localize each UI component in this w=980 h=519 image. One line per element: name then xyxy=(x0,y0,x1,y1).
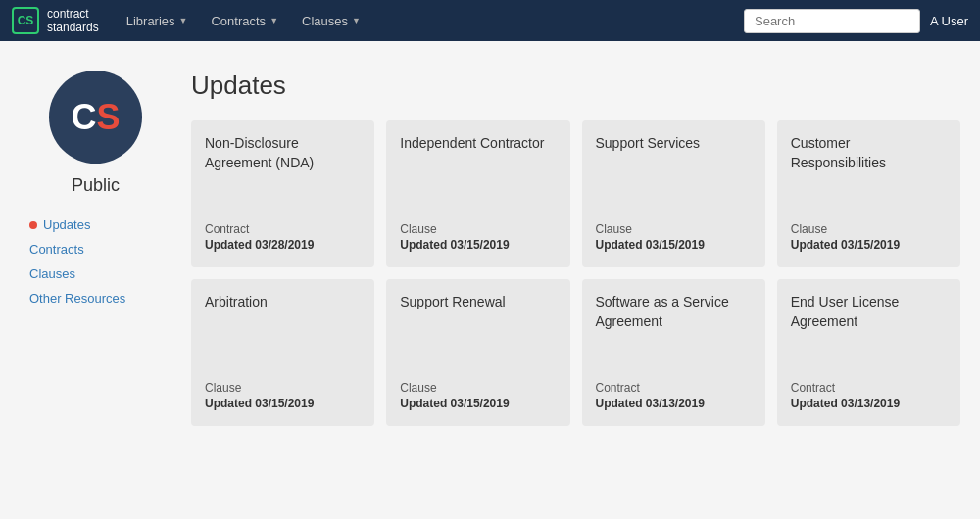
card-item[interactable]: Arbitration Clause Updated 03/15/2019 xyxy=(191,279,374,426)
nav-clauses[interactable]: Clauses ▼ xyxy=(290,0,372,41)
sidebar-item-clauses[interactable]: Clauses xyxy=(29,264,172,283)
card-type: Clause xyxy=(596,222,752,236)
sidebar-nav: Updates Contracts Clauses Other Resource… xyxy=(20,215,172,307)
card-footer: Contract Updated 03/28/2019 xyxy=(205,222,361,252)
active-dot-icon xyxy=(29,221,37,229)
card-type: Clause xyxy=(400,222,556,236)
card-item[interactable]: Support Renewal Clause Updated 03/15/201… xyxy=(386,279,569,426)
sidebar-item-contracts[interactable]: Contracts xyxy=(29,240,172,259)
card-footer: Clause Updated 03/15/2019 xyxy=(596,222,752,252)
card-type: Clause xyxy=(791,222,947,236)
page-title: Updates xyxy=(191,71,960,101)
card-updated: Updated 03/15/2019 xyxy=(205,397,361,410)
nav-right: A User xyxy=(744,9,968,33)
nav-libraries[interactable]: Libraries ▼ xyxy=(115,0,200,41)
brand-text: contract standards xyxy=(47,7,99,35)
card-updated: Updated 03/15/2019 xyxy=(400,238,556,252)
clauses-caret-icon: ▼ xyxy=(352,16,361,25)
card-type: Contract xyxy=(791,381,947,395)
brand-icon: CS xyxy=(12,7,39,34)
card-footer: Clause Updated 03/15/2019 xyxy=(400,222,556,252)
sidebar-group-title: Public xyxy=(72,175,120,196)
card-updated: Updated 03/13/2019 xyxy=(791,397,947,410)
card-item[interactable]: Software as a Service Agreement Contract… xyxy=(582,279,765,426)
card-item[interactable]: End User License Agreement Contract Upda… xyxy=(777,279,960,426)
cs-logo-text: CS xyxy=(71,97,120,138)
cards-grid: Non-Disclosure Agreement (NDA) Contract … xyxy=(191,120,960,426)
contracts-caret-icon: ▼ xyxy=(270,16,278,25)
card-footer: Clause Updated 03/15/2019 xyxy=(205,381,361,410)
card-type: Contract xyxy=(596,381,752,395)
card-updated: Updated 03/13/2019 xyxy=(596,397,752,410)
brand-logo[interactable]: CS contract standards xyxy=(12,7,99,35)
card-type: Clause xyxy=(400,381,556,395)
card-footer: Clause Updated 03/15/2019 xyxy=(791,222,947,252)
sidebar-item-other-resources[interactable]: Other Resources xyxy=(29,289,172,307)
card-title: Software as a Service Agreement xyxy=(596,293,752,331)
card-footer: Contract Updated 03/13/2019 xyxy=(596,381,752,410)
libraries-caret-icon: ▼ xyxy=(179,16,188,25)
card-title: Arbitration xyxy=(205,293,361,312)
card-type: Contract xyxy=(205,222,361,236)
page-content: CS Public Updates Contracts Clauses Othe… xyxy=(0,41,980,446)
card-updated: Updated 03/28/2019 xyxy=(205,238,361,252)
card-type: Clause xyxy=(205,381,361,395)
card-footer: Clause Updated 03/15/2019 xyxy=(400,381,556,410)
card-item[interactable]: Support Services Clause Updated 03/15/20… xyxy=(582,120,765,267)
card-title: End User License Agreement xyxy=(791,293,947,331)
sidebar-item-updates[interactable]: Updates xyxy=(29,215,172,234)
card-item[interactable]: Non-Disclosure Agreement (NDA) Contract … xyxy=(191,120,374,267)
nav-contracts[interactable]: Contracts ▼ xyxy=(199,0,290,41)
card-updated: Updated 03/15/2019 xyxy=(791,238,947,252)
card-title: Support Renewal xyxy=(400,293,556,312)
navbar: CS contract standards Libraries ▼ Contra… xyxy=(0,0,980,41)
sidebar: CS Public Updates Contracts Clauses Othe… xyxy=(20,61,172,426)
card-updated: Updated 03/15/2019 xyxy=(400,397,556,410)
card-item[interactable]: Independent Contractor Clause Updated 03… xyxy=(386,120,569,267)
card-title: Support Services xyxy=(596,134,752,154)
cs-logo: CS xyxy=(49,71,142,164)
nav-links: Libraries ▼ Contracts ▼ Clauses ▼ xyxy=(115,0,744,41)
user-label: A User xyxy=(930,14,968,28)
card-footer: Contract Updated 03/13/2019 xyxy=(791,381,947,410)
card-title: Customer Responsibilities xyxy=(791,134,947,172)
search-input[interactable] xyxy=(744,9,920,33)
card-item[interactable]: Customer Responsibilities Clause Updated… xyxy=(777,120,960,267)
card-title: Non-Disclosure Agreement (NDA) xyxy=(205,134,361,172)
card-title: Independent Contractor xyxy=(400,134,556,154)
main-content: Updates Non-Disclosure Agreement (NDA) C… xyxy=(191,61,960,426)
card-updated: Updated 03/15/2019 xyxy=(596,238,752,252)
